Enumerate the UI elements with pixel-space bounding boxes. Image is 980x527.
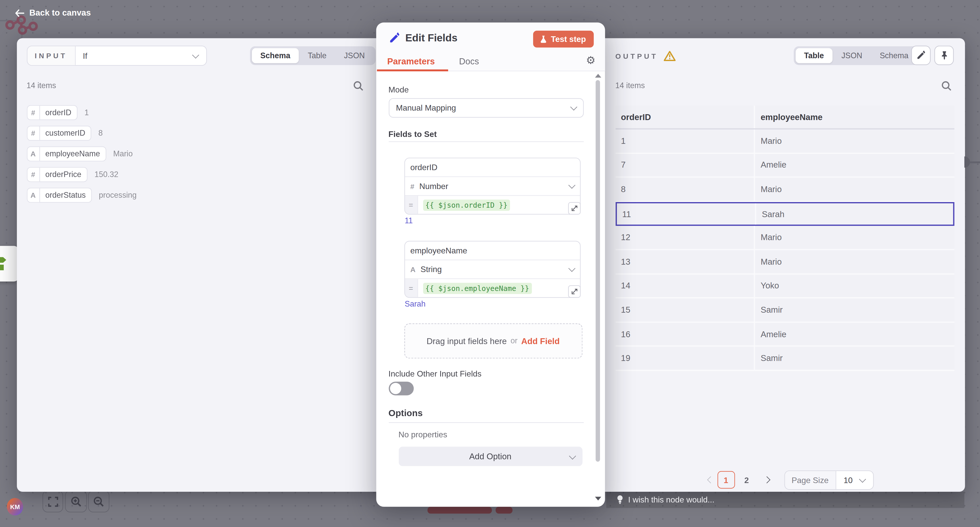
pin-data-button[interactable] [934, 46, 954, 65]
schema-row[interactable]: # orderID 1 [27, 105, 137, 120]
tab-parameters[interactable]: Parameters [387, 56, 435, 66]
table-row[interactable]: 19Samir [615, 347, 954, 371]
node-settings-gear-icon[interactable]: ⚙ [586, 55, 595, 66]
cell-employeename: Mario [755, 226, 954, 249]
next-page-icon[interactable] [763, 476, 770, 484]
zoom-to-fit-icon [48, 496, 58, 506]
include-other-fields-toggle[interactable] [388, 382, 414, 396]
scroll-down-icon[interactable] [595, 497, 601, 500]
input-tab-json[interactable]: JSON [335, 48, 373, 63]
cell-employeename: Sarah [756, 203, 953, 225]
mode-select-value: Manual Mapping [396, 103, 456, 113]
string-type-icon: A [27, 188, 39, 203]
schema-row[interactable]: # orderPrice 150.32 [27, 167, 137, 182]
input-tab-table[interactable]: Table [299, 48, 335, 63]
divider [388, 141, 584, 142]
page-1-button[interactable]: 1 [717, 471, 735, 489]
schema-field-value: processing [99, 191, 137, 200]
field-type-select[interactable]: # Number [405, 177, 580, 196]
zoom-out-button[interactable] [88, 490, 109, 513]
test-step-button[interactable]: Test step [533, 31, 593, 48]
equals-prefix: = [405, 196, 418, 214]
schema-row[interactable]: A orderStatus processing [27, 188, 137, 203]
field-name-input[interactable]: employeeName [405, 241, 580, 260]
page-size-select[interactable]: Page Size 10 [784, 471, 873, 490]
input-tab-schema[interactable]: Schema [251, 48, 299, 63]
drag-text: Drag input fields here [426, 336, 507, 346]
pencil-icon [916, 51, 925, 60]
scroll-up-icon[interactable] [595, 74, 601, 78]
schema-field-name: employeeName [39, 146, 106, 161]
schema-row[interactable]: # customerID 8 [27, 126, 137, 141]
if-node-card[interactable] [0, 246, 19, 281]
connection-line [969, 161, 980, 163]
page-1-label: 1 [724, 475, 729, 485]
table-row[interactable]: 15Samir [615, 299, 954, 323]
zoom-in-button[interactable] [65, 490, 87, 513]
cell-orderid: 7 [615, 153, 755, 177]
table-row[interactable]: 12Mario [615, 226, 954, 250]
tab-docs[interactable]: Docs [459, 56, 479, 66]
input-node-selector[interactable]: INPUT If [27, 46, 207, 65]
mode-select[interactable]: Manual Mapping [388, 98, 584, 118]
fields-to-set-heading: Fields to Set [388, 129, 437, 139]
table-row-selected[interactable]: 11Sarah [615, 202, 954, 226]
field-type-select[interactable]: A String [405, 260, 580, 279]
add-field-link[interactable]: Add Field [521, 336, 560, 346]
table-row[interactable]: 8Mario [615, 178, 954, 202]
field-name-input[interactable]: orderID [405, 158, 580, 177]
schema-field-value: Mario [113, 149, 133, 158]
drag-fields-dropzone[interactable]: Drag input fields here or Add Field [404, 323, 582, 358]
table-row[interactable]: 13Mario [615, 250, 954, 275]
open-expression-editor-button[interactable] [568, 202, 580, 215]
field-expression-input[interactable]: = {{ $json.employeeName }} [405, 279, 580, 297]
prev-page-icon[interactable] [707, 476, 714, 484]
page-size-label: Page Size [785, 471, 836, 489]
equals-prefix: = [405, 279, 418, 297]
dimmed-canvas-button [428, 507, 492, 514]
number-type-icon: # [27, 105, 39, 120]
column-header[interactable]: orderID [615, 106, 755, 128]
output-tab-table[interactable]: Table [795, 48, 832, 63]
avatar[interactable]: KM [7, 498, 23, 516]
output-tab-schema[interactable]: Schema [871, 48, 917, 63]
field-name-value: employeeName [410, 246, 467, 255]
scrollbar-thumb[interactable] [596, 80, 600, 462]
table-row[interactable]: 14Yoko [615, 275, 954, 299]
cell-orderid: 15 [615, 299, 755, 322]
edit-output-button[interactable] [911, 46, 930, 65]
node-feedback-link[interactable]: I wish this node would... [616, 495, 714, 504]
dialog-scrollbar[interactable] [594, 73, 601, 504]
field-expression-input[interactable]: = {{ $json.orderID }} [405, 196, 580, 214]
include-other-fields-label: Include Other Input Fields [388, 369, 482, 378]
zoom-out-icon [93, 496, 104, 507]
add-option-select[interactable]: Add Option [398, 447, 582, 466]
cell-orderid: 11 [617, 203, 756, 225]
output-table: orderID employeeName 1Mario 7Amelie 8Mar… [615, 106, 954, 371]
string-type-icon: A [27, 146, 39, 161]
number-type-icon: # [410, 182, 414, 190]
number-type-icon: # [27, 126, 39, 141]
schema-row[interactable]: A employeeName Mario [27, 146, 137, 161]
column-header[interactable]: employeeName [755, 106, 954, 128]
cell-employeename: Mario [755, 250, 954, 273]
input-label: INPUT [35, 52, 67, 59]
open-expression-editor-button[interactable] [568, 285, 580, 298]
expression-value: {{ $json.employeeName }} [423, 283, 532, 294]
input-schema-list: # orderID 1 # customerID 8 A employeeNam… [27, 105, 137, 208]
input-search-icon[interactable] [353, 81, 363, 91]
wish-text: I wish this node would... [628, 495, 714, 504]
number-type-icon: # [27, 167, 39, 182]
zoom-to-fit-button[interactable] [43, 490, 63, 513]
table-row[interactable]: 7Amelie [615, 153, 954, 178]
mode-label: Mode [388, 85, 409, 94]
table-row[interactable]: 1Mario [615, 129, 954, 154]
output-tab-json[interactable]: JSON [833, 48, 871, 63]
test-step-label: Test step [551, 35, 586, 44]
back-to-canvas-link[interactable]: Back to canvas [15, 8, 91, 18]
page-2-button[interactable]: 2 [741, 475, 752, 485]
table-row[interactable]: 16Amelie [615, 323, 954, 347]
schema-field-name: orderPrice [39, 167, 88, 182]
expand-expression-icon [571, 205, 577, 211]
output-search-icon[interactable] [941, 81, 952, 91]
